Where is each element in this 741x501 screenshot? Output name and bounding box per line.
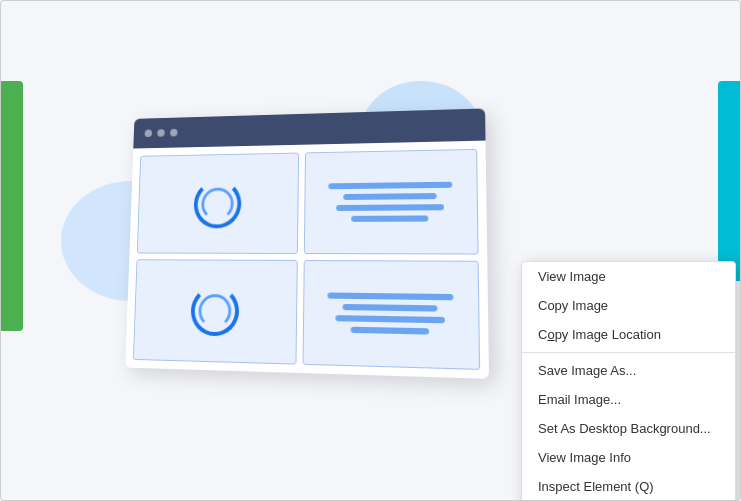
lines-panel-1 bbox=[304, 149, 479, 255]
line-1 bbox=[328, 182, 452, 190]
menu-item-view-image-info[interactable]: View Image Info bbox=[522, 443, 735, 472]
menu-item-copy-image[interactable]: Copy Image bbox=[522, 291, 735, 320]
gauge-inner-2 bbox=[198, 293, 231, 327]
teal-strip-right bbox=[718, 81, 740, 281]
dot-1 bbox=[145, 129, 153, 137]
line-7 bbox=[335, 315, 445, 323]
menu-divider-1 bbox=[522, 352, 735, 353]
browser-window: View Image Copy Image Copy Image Locatio… bbox=[0, 0, 741, 501]
card-body bbox=[125, 141, 489, 379]
gauge-circle-2 bbox=[190, 285, 239, 336]
menu-item-save-image-as[interactable]: Save Image As... bbox=[522, 356, 735, 385]
gauge-circle-1 bbox=[193, 179, 241, 228]
line-8 bbox=[350, 327, 429, 335]
gauge-panel-2 bbox=[133, 259, 298, 364]
illustration bbox=[61, 81, 481, 401]
line-2 bbox=[343, 193, 436, 200]
dot-3 bbox=[170, 129, 178, 137]
context-menu: View Image Copy Image Copy Image Locatio… bbox=[521, 261, 736, 501]
dot-2 bbox=[157, 129, 165, 137]
gauge-panel-1 bbox=[137, 153, 299, 254]
line-6 bbox=[343, 304, 437, 312]
green-strip-left bbox=[1, 81, 23, 331]
line-3 bbox=[336, 204, 445, 211]
lines-panel-2 bbox=[303, 260, 481, 370]
line-4 bbox=[351, 215, 429, 221]
menu-item-copy-image-location[interactable]: Copy Image Location bbox=[522, 320, 735, 349]
menu-item-inspect-element[interactable]: Inspect Element (Q) bbox=[522, 472, 735, 501]
menu-item-set-desktop-bg[interactable]: Set As Desktop Background... bbox=[522, 414, 735, 443]
menu-item-view-image[interactable]: View Image bbox=[522, 262, 735, 291]
gauge-inner-1 bbox=[201, 187, 234, 220]
dashboard-card bbox=[125, 108, 489, 378]
menu-item-email-image[interactable]: Email Image... bbox=[522, 385, 735, 414]
line-5 bbox=[328, 293, 454, 301]
